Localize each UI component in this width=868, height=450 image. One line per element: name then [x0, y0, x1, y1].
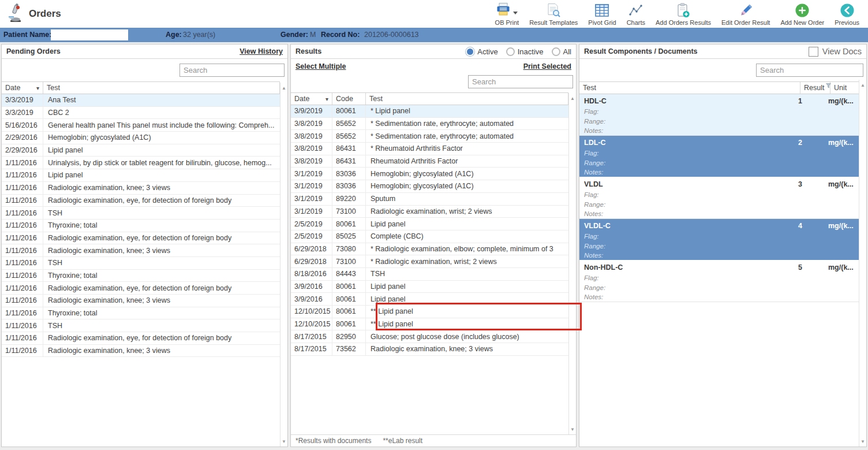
pending-order-row[interactable]: 1/11/2016 Radiologic examination, eye, f… — [2, 195, 280, 207]
component-row[interactable]: LDL-C 2 mg/(k... Flag: Range: Notes: — [579, 136, 859, 177]
result-row[interactable]: 3/1/2019 73100 Radiologic examination, w… — [291, 206, 568, 218]
ob-print-button[interactable]: OB Print — [490, 1, 525, 27]
pending-order-row[interactable]: 1/11/2016 Radiologic examination, knee; … — [2, 345, 280, 358]
print-selected-link[interactable]: Print Selected — [523, 62, 571, 70]
result-row[interactable]: 8/17/2015 73562 Radiologic examination, … — [291, 343, 568, 356]
pending-order-row[interactable]: 1/11/2016 Thyroxine; total — [2, 270, 280, 282]
range-label: Range: — [579, 117, 859, 127]
result-row[interactable]: 3/8/2019 85652 * Sedimentation rate, ery… — [291, 130, 568, 143]
flag-label: Flag: — [579, 273, 859, 283]
results-search-input[interactable] — [468, 75, 573, 88]
filter-radio[interactable]: Inactive — [506, 47, 544, 56]
pending-order-row[interactable]: 1/11/2016 Urinalysis, by dip stick or ta… — [2, 157, 280, 169]
components-unit-column-header[interactable]: Unit — [830, 82, 859, 94]
pending-order-row[interactable]: 2/29/2016 Lipid panel — [2, 144, 280, 157]
pending-order-row[interactable]: 1/11/2016 Lipid panel — [2, 169, 280, 182]
result-value: 4 — [796, 222, 826, 230]
pending-order-row[interactable]: 1/11/2016 TSH — [2, 319, 280, 332]
printer-icon — [496, 2, 511, 18]
pending-order-row[interactable]: 1/11/2016 Radiologic examination, knee; … — [2, 295, 280, 307]
results-scrollbar[interactable]: ▲ ▼ — [568, 93, 576, 434]
unit-value: mg/(k... — [826, 139, 859, 147]
result-row[interactable]: 3/9/2016 80061 Lipid panel — [291, 281, 568, 293]
view-docs-checkbox[interactable] — [809, 47, 818, 57]
pending-order-row[interactable]: 1/11/2016 Thyroxine; total — [2, 220, 280, 232]
result-row[interactable]: 8/17/2015 82950 Glucose; post glucose do… — [291, 330, 568, 343]
scroll-down-icon[interactable]: ▼ — [280, 439, 287, 444]
filter-radio[interactable]: Active — [466, 47, 497, 56]
components-scrollbar[interactable]: ▲ ▼ — [859, 80, 866, 447]
pending-order-row[interactable]: 1/11/2016 Thyroxine; total — [2, 307, 280, 320]
result-row[interactable]: 3/1/2019 89220 Sputum — [291, 193, 568, 206]
dropdown-caret-icon[interactable] — [513, 12, 518, 14]
result-row[interactable]: 3/8/2019 86431 Rheumatoid Arthritis Fact… — [291, 155, 568, 168]
patient-name-input[interactable] — [51, 29, 128, 40]
notes-label: Notes: — [579, 168, 859, 177]
pending-order-row[interactable]: 5/16/2016 General health panel This pane… — [2, 119, 280, 132]
result-row[interactable]: 2/5/2019 85025 Complete (CBC) — [291, 230, 568, 243]
pending-order-row[interactable]: 1/11/2016 Radiologic examination, knee; … — [2, 244, 280, 257]
result-row[interactable]: 8/18/2016 84443 TSH — [291, 268, 568, 281]
view-history-link[interactable]: View History — [240, 47, 283, 55]
result-row[interactable]: 12/10/2015 80061 ** Lipid panel — [291, 318, 568, 331]
components-result-column-header[interactable]: Result — [800, 82, 830, 94]
component-row[interactable]: VLDL-C 4 mg/(k... Flag: Range: Notes: — [579, 219, 859, 261]
result-row[interactable]: 2/5/2019 80061 Lipid panel — [291, 218, 568, 230]
results-code-column-header[interactable]: Code — [332, 93, 366, 105]
results-test-column-header[interactable]: Test — [366, 93, 568, 105]
select-multiple-link[interactable]: Select Multiple — [295, 62, 346, 70]
clipboard-plus-icon — [676, 2, 690, 18]
result-row[interactable]: 6/29/2018 73080 * Radiologic examination… — [291, 243, 568, 256]
result-row[interactable]: 3/9/2019 80061 * Lipid panel — [291, 105, 568, 118]
scroll-down-icon[interactable]: ▼ — [569, 427, 576, 432]
previous-button[interactable]: Previous — [829, 1, 865, 27]
filter-radio[interactable]: All — [552, 47, 571, 56]
result-row[interactable]: 12/10/2015 80061 ** Lipid panel — [291, 306, 568, 318]
add-orders-results-button[interactable]: Add Orders Results — [650, 1, 716, 27]
component-row[interactable]: Non-HDL-C 5 mg/(k... Flag: Range: Notes: — [579, 261, 859, 302]
pending-order-row[interactable]: 3/3/2019 CBC 2 — [2, 107, 280, 120]
scroll-up-icon[interactable]: ▲ — [280, 85, 287, 91]
components-search-input[interactable] — [756, 64, 863, 77]
pending-order-row[interactable]: 1/11/2016 Radiologic examination, knee; … — [2, 182, 280, 195]
pending-order-row[interactable]: 1/11/2016 Radiologic examination, eye, f… — [2, 232, 280, 245]
components-test-column-header[interactable]: Test — [579, 82, 800, 94]
pending-test-column-header[interactable]: Test — [43, 82, 280, 94]
add-new-order-button[interactable]: Add New Order — [775, 1, 829, 27]
pending-date-column-header[interactable]: Date▾ — [2, 82, 43, 94]
pending-order-row[interactable]: 3/3/2019 Ana Test — [2, 94, 280, 107]
notes-label: Notes: — [579, 292, 859, 302]
pending-search-input[interactable] — [179, 64, 285, 77]
pending-order-row[interactable]: 1/11/2016 TSH — [2, 257, 280, 270]
pivot-grid-button[interactable]: Pivot Grid — [583, 1, 621, 27]
component-row[interactable]: VLDL 3 mg/(k... Flag: Range: Notes: — [579, 177, 859, 219]
radio-icon[interactable] — [506, 47, 515, 56]
result-row[interactable]: 6/29/2018 73100 * Radiologic examination… — [291, 255, 568, 268]
radio-icon[interactable] — [466, 47, 474, 56]
pending-orders-title: Pending Orders — [6, 47, 61, 55]
pending-order-row[interactable]: 2/29/2016 Hemoglobin; glycosylated (A1C) — [2, 132, 280, 144]
scroll-up-icon[interactable]: ▲ — [569, 96, 576, 101]
grid-icon — [594, 2, 609, 18]
radio-icon[interactable] — [552, 47, 560, 56]
result-row[interactable]: 3/1/2019 83036 Hemoglobin; glycosylated … — [291, 168, 568, 180]
edit-order-result-button[interactable]: Edit Order Result — [716, 1, 775, 27]
toolbar-actions: OB Print Result Templates — [490, 1, 868, 27]
result-row[interactable]: 3/8/2019 85652 * Sedimentation rate, ery… — [291, 118, 568, 131]
result-row[interactable]: 3/9/2016 80061 Lipid panel — [291, 293, 568, 306]
gender-value: M — [310, 31, 316, 39]
component-row[interactable]: HDL-C 1 mg/(k... Flag: Range: Notes: — [579, 94, 859, 136]
pending-order-row[interactable]: 1/11/2016 Radiologic examination, eye, f… — [2, 332, 280, 345]
result-row[interactable]: 3/1/2019 83036 Hemoglobin; glycosylated … — [291, 180, 568, 193]
result-row[interactable]: 3/8/2019 86431 * Rheumatoid Arthritis Fa… — [291, 143, 568, 155]
scroll-up-icon[interactable]: ▲ — [859, 83, 866, 88]
result-templates-button[interactable]: Result Templates — [524, 1, 583, 27]
scroll-down-icon[interactable]: ▼ — [859, 439, 866, 444]
pending-order-row[interactable]: 1/11/2016 Radiologic examination, eye, f… — [2, 282, 280, 295]
flag-label: Flag: — [579, 107, 859, 117]
components-table-header: Test Result Unit — [579, 81, 859, 94]
charts-button[interactable]: Charts — [622, 1, 650, 27]
pending-scrollbar[interactable]: ▲ ▼ — [280, 83, 287, 447]
results-date-column-header[interactable]: Date▾ — [291, 93, 332, 105]
pending-order-row[interactable]: 1/11/2016 TSH — [2, 207, 280, 220]
